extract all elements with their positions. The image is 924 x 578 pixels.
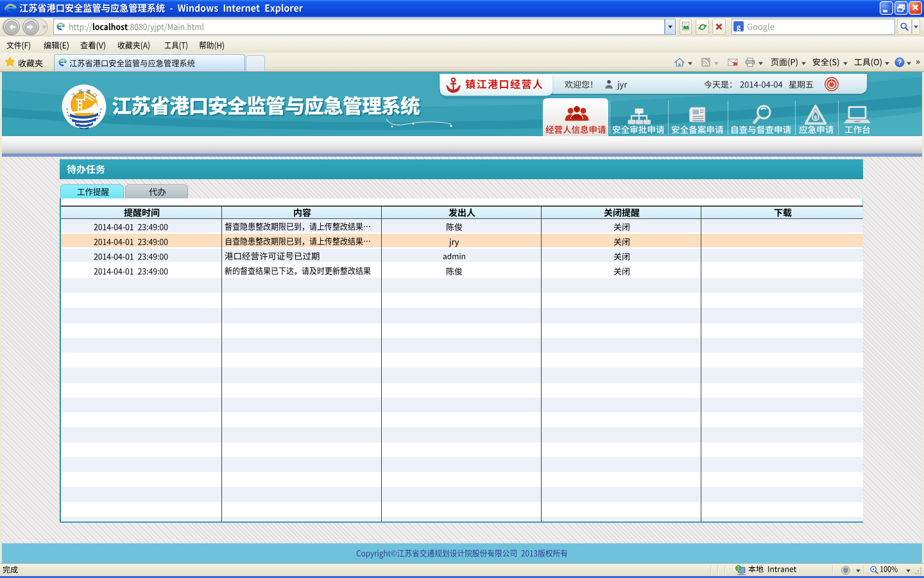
svg-text:?: ? [898, 58, 902, 66]
svg-text:g: g [737, 22, 740, 31]
